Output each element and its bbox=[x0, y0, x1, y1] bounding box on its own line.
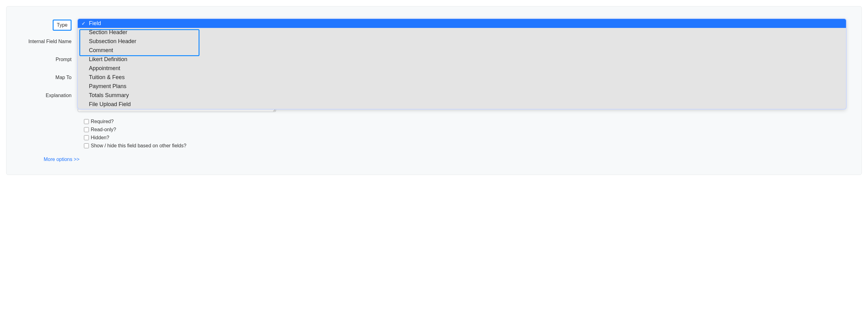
type-option-label: Section Header bbox=[89, 29, 127, 35]
type-option-label: Tuition & Fees bbox=[89, 74, 125, 80]
type-option-label: Field bbox=[89, 20, 101, 26]
checkbox-row-hidden: Hidden? bbox=[84, 135, 846, 141]
required-checkbox[interactable] bbox=[84, 119, 89, 124]
type-dropdown-list: ✓ Field Section Header Subsection Header… bbox=[78, 19, 846, 109]
type-option-label: Subsection Header bbox=[89, 38, 136, 45]
readonly-label: Read-only? bbox=[91, 127, 116, 133]
type-option-likert[interactable]: Likert Definition bbox=[78, 55, 846, 64]
type-option-subsection-header[interactable]: Subsection Header bbox=[78, 37, 846, 46]
form-panel: Actions Type ✓ Field Section Header Su bbox=[6, 6, 862, 175]
required-label: Required? bbox=[91, 119, 114, 124]
type-option-label: Totals Summary bbox=[89, 92, 129, 98]
type-label: Type bbox=[53, 20, 71, 31]
internal-field-name-label: Internal Field Name bbox=[22, 36, 78, 45]
checkbox-row-required: Required? bbox=[84, 119, 846, 124]
hidden-label: Hidden? bbox=[91, 135, 110, 141]
row-type: Type ✓ Field Section Header Subsection H… bbox=[22, 19, 846, 31]
showhide-checkbox[interactable] bbox=[84, 143, 89, 148]
hidden-checkbox[interactable] bbox=[84, 135, 89, 140]
type-option-field[interactable]: ✓ Field bbox=[78, 19, 846, 28]
more-options-link[interactable]: More options >> bbox=[44, 156, 80, 162]
checkbox-row-showhide: Show / hide this field based on other fi… bbox=[84, 143, 846, 149]
readonly-checkbox[interactable] bbox=[84, 127, 89, 132]
type-option-appointment[interactable]: Appointment bbox=[78, 64, 846, 73]
showhide-label: Show / hide this field based on other fi… bbox=[91, 143, 186, 149]
type-option-totals[interactable]: Totals Summary bbox=[78, 91, 846, 100]
type-option-tuition[interactable]: Tuition & Fees bbox=[78, 73, 846, 82]
type-option-label: Payment Plans bbox=[89, 83, 126, 89]
type-option-label: File Upload Field bbox=[89, 101, 131, 107]
type-label-wrap: Type bbox=[22, 19, 78, 31]
type-option-label: Comment bbox=[89, 47, 113, 53]
type-option-section-header[interactable]: Section Header bbox=[78, 28, 846, 37]
type-option-file-upload[interactable]: File Upload Field bbox=[78, 100, 846, 109]
type-option-payment-plans[interactable]: Payment Plans bbox=[78, 82, 846, 91]
type-option-comment[interactable]: Comment bbox=[78, 46, 846, 55]
checkbox-row-readonly: Read-only? bbox=[84, 127, 846, 133]
prompt-label: Prompt bbox=[22, 54, 78, 62]
explanation-label: Explanation bbox=[22, 90, 78, 98]
map-to-label: Map To bbox=[22, 72, 78, 80]
check-icon: ✓ bbox=[82, 21, 86, 26]
type-option-label: Likert Definition bbox=[89, 56, 127, 62]
type-option-label: Appointment bbox=[89, 65, 120, 71]
